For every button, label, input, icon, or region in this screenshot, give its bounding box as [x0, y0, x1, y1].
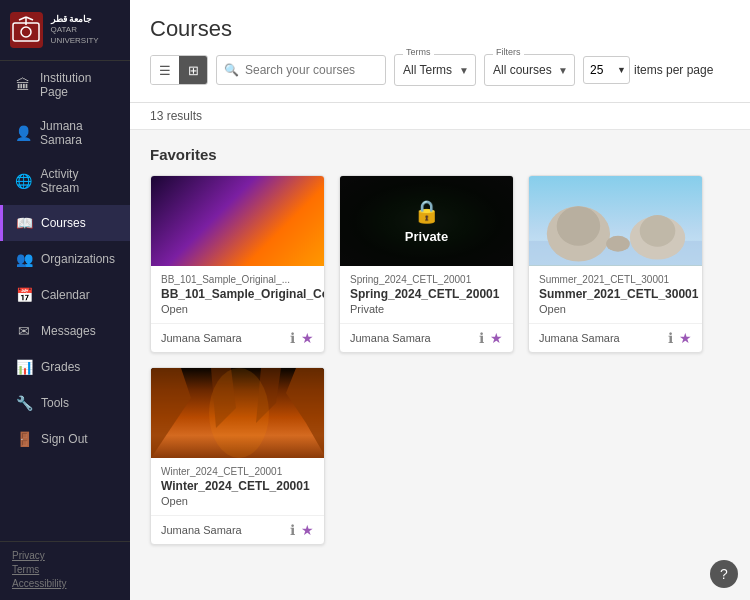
terms-select[interactable]: All Terms: [395, 55, 475, 85]
signout-icon: 🚪: [15, 431, 33, 447]
sidebar-item-user[interactable]: 👤 Jumana Samara: [0, 109, 130, 157]
sidebar-item-messages-label: Messages: [41, 324, 96, 338]
info-icon-3[interactable]: ℹ: [668, 330, 673, 346]
course-subtitle-1: BB_101_Sample_Original_...: [161, 274, 314, 285]
sidebar-item-institution-label: Institution Page: [40, 71, 118, 99]
sidebar-item-tools[interactable]: 🔧 Tools: [0, 385, 130, 421]
terms-select-group: Terms All Terms ▼: [394, 54, 476, 86]
search-wrapper: 🔍: [216, 55, 386, 85]
page-title: Courses: [150, 16, 730, 42]
sidebar-item-user-label: Jumana Samara: [40, 119, 118, 147]
svg-point-11: [606, 236, 630, 252]
course-card-3[interactable]: Summer_2021_CETL_30001 Summer_2021_CETL_…: [528, 175, 703, 353]
courses-icon: 📖: [15, 215, 33, 231]
calendar-icon: 📅: [15, 287, 33, 303]
course-info-3: Summer_2021_CETL_30001 Summer_2021_CETL_…: [529, 266, 702, 323]
course-card-4[interactable]: Winter_2024_CETL_20001 Winter_2024_CETL_…: [150, 367, 325, 545]
course-status-2: Private: [350, 303, 503, 315]
course-instructor-1: Jumana Samara: [161, 332, 242, 344]
info-icon-1[interactable]: ℹ: [290, 330, 295, 346]
filters-select-group: Filters All courses ▼: [484, 54, 575, 86]
star-icon-1[interactable]: ★: [301, 330, 314, 346]
course-actions-2: ℹ ★: [479, 330, 503, 346]
course-actions-1: ℹ ★: [290, 330, 314, 346]
course-instructor-3: Jumana Samara: [539, 332, 620, 344]
view-toggle: ☰ ⊞: [150, 55, 208, 85]
sidebar-item-grades[interactable]: 📊 Grades: [0, 349, 130, 385]
messages-icon: ✉: [15, 323, 33, 339]
course-info-1: BB_101_Sample_Original_... BB_101_Sample…: [151, 266, 324, 323]
sidebar: جامعة قطر QATAR UNIVERSITY 🏛 Institution…: [0, 0, 130, 600]
private-label: Private: [405, 229, 448, 244]
per-page-label: items per page: [634, 63, 713, 77]
sidebar-item-courses[interactable]: 📖 Courses: [0, 205, 130, 241]
courses-grid: BB_101_Sample_Original_... BB_101_Sample…: [150, 175, 730, 545]
sidebar-item-messages[interactable]: ✉ Messages: [0, 313, 130, 349]
tools-icon: 🔧: [15, 395, 33, 411]
svg-line-4: [26, 17, 33, 20]
sidebar-item-tools-label: Tools: [41, 396, 69, 410]
sidebar-item-organizations-label: Organizations: [41, 252, 115, 266]
main-content: Courses ☰ ⊞ 🔍 Terms All Terms ▼ Filters …: [130, 0, 750, 600]
course-footer-1: Jumana Samara ℹ ★: [151, 323, 324, 352]
per-page-select[interactable]: 25 50 100: [583, 56, 630, 84]
search-input[interactable]: [216, 55, 386, 85]
results-count: 13 results: [130, 103, 750, 130]
svg-point-8: [557, 206, 600, 246]
sidebar-navigation: 🏛 Institution Page 👤 Jumana Samara 🌐 Act…: [0, 61, 130, 541]
per-page-wrapper: 25 50 100 ▼: [583, 56, 630, 84]
svg-point-10: [640, 215, 676, 247]
private-overlay-2: 🔒 Private: [340, 176, 513, 266]
organizations-icon: 👥: [15, 251, 33, 267]
institution-icon: 🏛: [15, 77, 32, 93]
star-icon-4[interactable]: ★: [301, 522, 314, 538]
filters-select[interactable]: All courses: [485, 55, 574, 85]
sidebar-item-signout[interactable]: 🚪 Sign Out: [0, 421, 130, 457]
sidebar-item-institution[interactable]: 🏛 Institution Page: [0, 61, 130, 109]
course-info-4: Winter_2024_CETL_20001 Winter_2024_CETL_…: [151, 458, 324, 515]
help-button[interactable]: ?: [710, 560, 738, 588]
course-status-4: Open: [161, 495, 314, 507]
course-thumbnail-1: [151, 176, 324, 266]
star-icon-2[interactable]: ★: [490, 330, 503, 346]
course-card-1[interactable]: BB_101_Sample_Original_... BB_101_Sample…: [150, 175, 325, 353]
search-icon: 🔍: [224, 63, 239, 77]
course-subtitle-4: Winter_2024_CETL_20001: [161, 466, 314, 477]
star-icon-3[interactable]: ★: [679, 330, 692, 346]
course-actions-4: ℹ ★: [290, 522, 314, 538]
course-thumbnail-3: [529, 176, 702, 266]
course-instructor-2: Jumana Samara: [350, 332, 431, 344]
sidebar-item-activity-label: Activity Stream: [40, 167, 118, 195]
sidebar-item-activity[interactable]: 🌐 Activity Stream: [0, 157, 130, 205]
course-card-2[interactable]: 🔒 Private Spring_2024_CETL_20001 Spring_…: [339, 175, 514, 353]
favorites-section-title: Favorites: [150, 146, 730, 163]
sidebar-item-courses-label: Courses: [41, 216, 86, 230]
svg-point-13: [209, 368, 269, 458]
per-page-group: 25 50 100 ▼ items per page: [583, 56, 713, 84]
accessibility-link[interactable]: Accessibility: [12, 578, 118, 589]
course-footer-3: Jumana Samara ℹ ★: [529, 323, 702, 352]
sidebar-item-signout-label: Sign Out: [41, 432, 88, 446]
course-instructor-4: Jumana Samara: [161, 524, 242, 536]
info-icon-2[interactable]: ℹ: [479, 330, 484, 346]
svg-point-1: [21, 27, 31, 37]
svg-line-3: [19, 17, 26, 20]
info-icon-4[interactable]: ℹ: [290, 522, 295, 538]
sidebar-item-organizations[interactable]: 👥 Organizations: [0, 241, 130, 277]
course-status-3: Open: [539, 303, 692, 315]
filters-label: Filters: [493, 47, 524, 57]
main-header: Courses ☰ ⊞ 🔍 Terms All Terms ▼ Filters …: [130, 0, 750, 103]
terms-link[interactable]: Terms: [12, 564, 118, 575]
course-thumbnail-4: [151, 368, 324, 458]
course-subtitle-3: Summer_2021_CETL_30001: [539, 274, 692, 285]
grid-view-button[interactable]: ⊞: [179, 56, 207, 84]
privacy-link[interactable]: Privacy: [12, 550, 118, 561]
university-name: جامعة قطر QATAR UNIVERSITY: [51, 14, 120, 46]
sidebar-item-calendar-label: Calendar: [41, 288, 90, 302]
course-name-3: Summer_2021_CETL_30001: [539, 287, 692, 301]
list-view-button[interactable]: ☰: [151, 56, 179, 84]
sidebar-item-calendar[interactable]: 📅 Calendar: [0, 277, 130, 313]
course-subtitle-2: Spring_2024_CETL_20001: [350, 274, 503, 285]
course-thumbnail-2: 🔒 Private: [340, 176, 513, 266]
course-name-4: Winter_2024_CETL_20001: [161, 479, 314, 493]
